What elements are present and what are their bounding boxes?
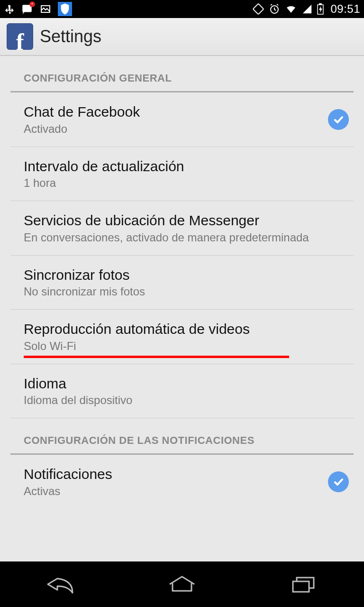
alarm-icon [269,3,280,15]
setting-subtitle: Activado [24,122,323,136]
setting-title: Servicios de ubicación de Messenger [24,212,349,230]
battery-charging-icon [317,3,324,15]
settings-list[interactable]: CONFIGURACIÓN GENERAL Chat de Facebook A… [0,56,364,561]
usb-icon [4,4,14,14]
status-right: 09:51 [253,2,360,16]
svg-rect-6 [293,581,309,592]
svg-rect-2 [253,4,264,15]
setting-title: Reproducción automática de videos [24,320,349,338]
setting-subtitle: No sincronizar mis fotos [24,285,349,299]
checked-icon [328,471,349,492]
setting-notifications[interactable]: Notificaciones Activas [10,455,354,509]
setting-messenger-location[interactable]: Servicios de ubicación de Messenger En c… [10,201,354,256]
setting-chat-facebook[interactable]: Chat de Facebook Activado [10,92,354,147]
navigation-bar [0,561,364,607]
gallery-icon [40,3,51,15]
home-button[interactable] [154,570,210,598]
setting-title: Chat de Facebook [24,103,323,121]
setting-sync-photos[interactable]: Sincronizar fotos No sincronizar mis fot… [10,256,354,310]
bbm-icon: * [21,3,33,15]
svg-rect-5 [319,3,322,5]
setting-title: Notificaciones [24,465,323,483]
section-header-notifications: CONFIGURACIÓN DE LAS NOTIFICACIONES [10,418,354,455]
setting-subtitle: Activas [24,484,323,498]
status-bar: * 09:51 [0,0,364,18]
facebook-logo-icon: f [7,23,33,50]
annotation-underline [24,356,289,358]
setting-video-autoplay[interactable]: Reproducción automática de videos Solo W… [10,310,354,364]
signal-icon [302,4,312,14]
setting-title: Idioma [24,375,349,393]
status-time: 09:51 [330,2,360,16]
setting-subtitle: En conversaciones, activado de manera pr… [24,230,349,245]
page-title: Settings [40,27,101,46]
setting-language[interactable]: Idioma Idioma del dispositivo [10,364,354,419]
setting-subtitle: 1 hora [24,176,349,190]
checked-icon [328,109,349,130]
rotate-icon [253,3,264,15]
setting-title: Sincronizar fotos [24,266,349,284]
setting-title: Intervalo de actualización [24,157,349,175]
section-header-general: CONFIGURACIÓN GENERAL [10,56,354,92]
action-bar: f Settings [0,18,364,56]
recent-apps-button[interactable] [275,570,332,598]
setting-subtitle: Solo Wi-Fi [24,339,349,353]
setting-refresh-interval[interactable]: Intervalo de actualización 1 hora [10,147,354,202]
shield-icon [58,2,72,16]
back-button[interactable] [32,570,89,598]
wifi-icon [285,3,297,15]
status-left: * [4,2,72,16]
setting-subtitle: Idioma del dispositivo [24,393,349,407]
